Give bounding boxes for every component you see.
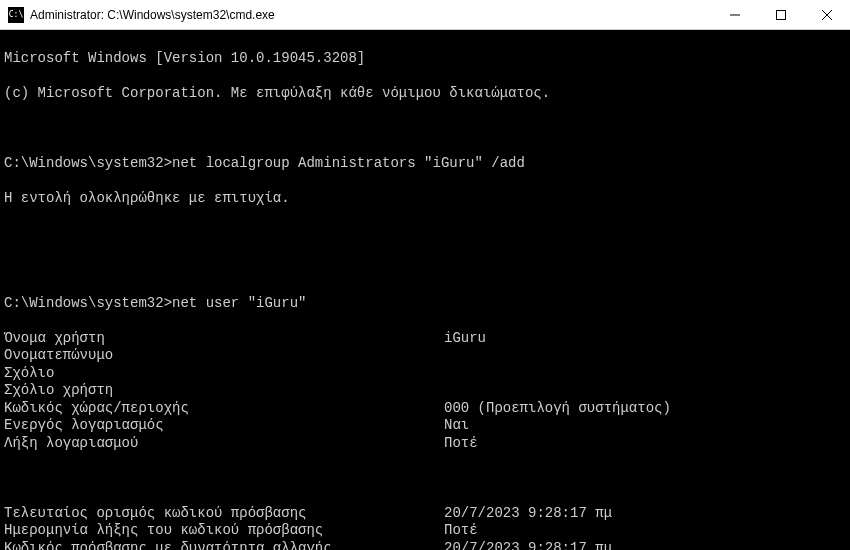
minimize-button[interactable] <box>712 0 758 29</box>
command-line-2: C:\Windows\system32>net user "iGuru" <box>4 295 846 313</box>
field-label: Ενεργός λογαριασμός <box>4 417 444 435</box>
field-row: Κωδικός πρόσβασης με δυνατότητα αλλαγής2… <box>4 540 846 551</box>
field-row: Ημερομηνία λήξης του κωδικού πρόσβασηςΠο… <box>4 522 846 540</box>
field-label: Σχόλιο χρήστη <box>4 382 444 400</box>
field-row: Κωδικός χώρας/περιοχής000 (Προεπιλογή συ… <box>4 400 846 418</box>
field-value: 20/7/2023 9:28:17 πμ <box>444 505 846 523</box>
field-value <box>444 365 846 383</box>
field-label: Ονοματεπώνυμο <box>4 347 444 365</box>
field-label: Κωδικός χώρας/περιοχής <box>4 400 444 418</box>
field-value: 20/7/2023 9:28:17 πμ <box>444 540 846 551</box>
copyright-line: (c) Microsoft Corporation. Με επιφύλαξη … <box>4 85 846 103</box>
terminal-output[interactable]: Microsoft Windows [Version 10.0.19045.32… <box>0 30 850 550</box>
window-title: Administrator: C:\Windows\system32\cmd.e… <box>30 8 712 22</box>
close-button[interactable] <box>804 0 850 29</box>
field-value: Ναι <box>444 417 846 435</box>
field-row: Όνομα χρήστηiGuru <box>4 330 846 348</box>
field-label: Ημερομηνία λήξης του κωδικού πρόσβασης <box>4 522 444 540</box>
field-label: Τελευταίος ορισμός κωδικού πρόσβασης <box>4 505 444 523</box>
field-value: Ποτέ <box>444 435 846 453</box>
cmd-icon: C:\ <box>8 7 24 23</box>
maximize-button[interactable] <box>758 0 804 29</box>
field-value <box>444 347 846 365</box>
field-row: Ενεργός λογαριασμόςΝαι <box>4 417 846 435</box>
field-value: Ποτέ <box>444 522 846 540</box>
command-line-1: C:\Windows\system32>net localgroup Admin… <box>4 155 846 173</box>
field-value <box>444 382 846 400</box>
field-row: Λήξη λογαριασμούΠοτέ <box>4 435 846 453</box>
field-value: iGuru <box>444 330 846 348</box>
field-label: Όνομα χρήστη <box>4 330 444 348</box>
field-label: Κωδικός πρόσβασης με δυνατότητα αλλαγής <box>4 540 444 551</box>
version-line: Microsoft Windows [Version 10.0.19045.32… <box>4 50 846 68</box>
field-row: Ονοματεπώνυμο <box>4 347 846 365</box>
command-result-1: Η εντολή ολοκληρώθηκε με επιτυχία. <box>4 190 846 208</box>
field-value: 000 (Προεπιλογή συστήματος) <box>444 400 846 418</box>
field-label: Λήξη λογαριασμού <box>4 435 444 453</box>
field-row: Τελευταίος ορισμός κωδικού πρόσβασης20/7… <box>4 505 846 523</box>
window-controls <box>712 0 850 29</box>
field-label: Σχόλιο <box>4 365 444 383</box>
field-row: Σχόλιο χρήστη <box>4 382 846 400</box>
svg-rect-1 <box>777 10 786 19</box>
field-row: Σχόλιο <box>4 365 846 383</box>
window-titlebar: C:\ Administrator: C:\Windows\system32\c… <box>0 0 850 30</box>
